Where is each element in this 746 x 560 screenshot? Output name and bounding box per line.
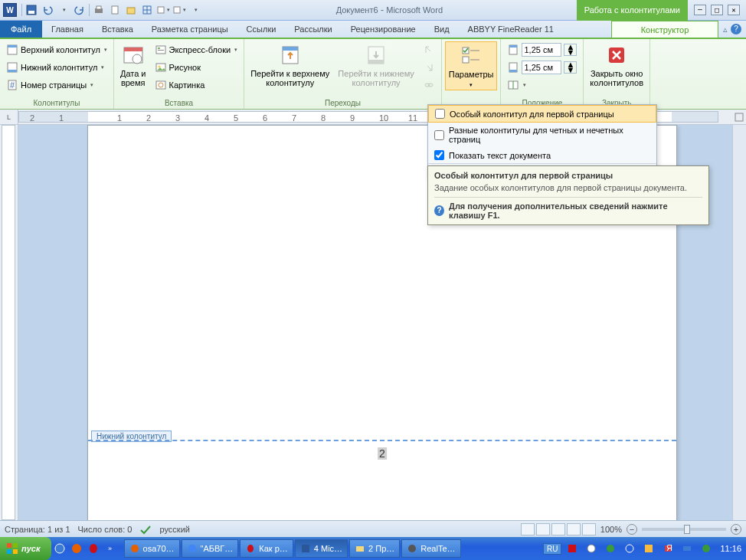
tab-page-layout[interactable]: Разметка страницы <box>142 21 237 38</box>
tab-insert[interactable]: Вставка <box>93 21 142 38</box>
table-icon[interactable] <box>140 3 154 17</box>
insert-align-tab-button[interactable] <box>504 77 580 93</box>
view-web-layout[interactable] <box>551 523 565 535</box>
option-first-page-different[interactable]: Особый колонтитул для первой страницы <box>428 105 656 123</box>
goto-header-button[interactable]: Перейти к верхнемуколонтитулу <box>247 41 332 89</box>
page-number-field[interactable]: 2 <box>378 447 387 460</box>
taskbar-item-active[interactable]: 4 Mic… <box>295 539 348 558</box>
view-print-layout[interactable] <box>521 523 535 535</box>
status-word-count[interactable]: Число слов: 0 <box>78 525 133 534</box>
start-button[interactable]: пуск <box>0 537 51 560</box>
vertical-ruler[interactable] <box>0 125 18 520</box>
svg-rect-46 <box>13 543 18 548</box>
close-header-footer-button[interactable]: Закрыть окноколонтитулов <box>587 41 646 89</box>
tab-review[interactable]: Рецензирование <box>342 21 425 38</box>
tab-abbyy[interactable]: ABBYY FineReader 11 <box>459 21 563 38</box>
quicklaunch-more[interactable]: » <box>103 541 118 556</box>
status-page[interactable]: Страница: 1 из 1 <box>5 525 70 534</box>
new-doc-icon[interactable] <box>108 3 122 17</box>
tray-icon[interactable] <box>679 541 695 556</box>
tab-references[interactable]: Ссылки <box>237 21 286 38</box>
status-bar: Страница: 1 из 1 Число слов: 0 русский 1… <box>0 520 746 537</box>
undo-dropdown[interactable] <box>57 3 70 17</box>
option-show-document-text[interactable]: Показать текст документа <box>428 147 656 163</box>
taskbar-item[interactable]: RealTe… <box>401 539 460 558</box>
taskbar-item[interactable]: 2 Пр… <box>349 539 400 558</box>
tab-mailings[interactable]: Рассылки <box>285 21 341 38</box>
ribbon-group-label: Вставка <box>117 97 240 109</box>
tray-icon[interactable] <box>584 541 599 556</box>
taskbar-item[interactable]: osa70… <box>124 539 180 558</box>
spin-down[interactable]: ▼ <box>564 67 576 73</box>
picture-button[interactable]: Рисунок <box>152 59 241 76</box>
tab-design[interactable]: Конструктор <box>611 21 718 38</box>
zoom-slider[interactable] <box>642 528 726 531</box>
datetime-button[interactable]: Дата ивремя <box>117 41 149 89</box>
ruler-corner[interactable]: L <box>0 110 18 124</box>
header-from-top[interactable]: ▲▼ <box>504 41 580 58</box>
close-button[interactable]: ✕ <box>728 5 740 15</box>
margin-top-icon <box>507 44 519 56</box>
zoom-in-button[interactable]: + <box>731 524 741 535</box>
taskbar-item[interactable]: "АБВГ… <box>182 539 239 558</box>
quicklaunch-ie[interactable] <box>52 541 67 556</box>
express-blocks-button[interactable]: Экспресс-блоки <box>152 41 241 58</box>
tray-icon[interactable]: Я <box>660 541 676 556</box>
footer-from-bottom[interactable]: ▲▼ <box>504 59 580 76</box>
quicklaunch-opera[interactable] <box>86 541 101 556</box>
option-odd-even-different[interactable]: Разные колонтитулы для четных и нечетных… <box>428 123 656 147</box>
qat-btn-dropdown[interactable] <box>156 3 170 17</box>
collapse-ribbon-icon[interactable]: ▵ <box>723 25 728 34</box>
clipart-button[interactable]: Картинка <box>152 77 241 93</box>
restore-button[interactable]: □ <box>711 5 723 15</box>
footer-bottom-input[interactable] <box>522 61 561 74</box>
checkbox[interactable] <box>434 130 444 140</box>
help-icon[interactable]: ? <box>731 24 741 34</box>
top-header-button[interactable]: Верхний колонтитул <box>3 41 110 58</box>
language-indicator[interactable]: RU <box>543 543 561 555</box>
ruler-toggle-icon[interactable] <box>732 110 746 124</box>
zoom-thumb[interactable] <box>684 525 690 534</box>
qat-customize[interactable] <box>188 3 202 17</box>
footer-boundary <box>88 440 676 441</box>
svg-rect-14 <box>8 70 17 72</box>
print-icon[interactable] <box>92 3 106 17</box>
zoom-out-button[interactable]: − <box>627 524 637 535</box>
undo-icon[interactable] <box>41 3 54 17</box>
status-spellcheck[interactable] <box>139 524 152 535</box>
open-icon[interactable] <box>124 3 138 17</box>
view-full-screen[interactable] <box>536 523 550 535</box>
zoom-percent[interactable]: 100% <box>600 525 622 534</box>
vertical-scrollbar[interactable] <box>732 125 746 520</box>
bottom-header-button[interactable]: Нижний колонтитул <box>3 59 110 76</box>
view-outline[interactable] <box>567 523 581 535</box>
tray-icon[interactable] <box>622 541 637 556</box>
tray-icon[interactable] <box>699 541 714 556</box>
parameters-button[interactable]: Параметры▾ <box>445 41 498 90</box>
svg-point-52 <box>131 545 139 552</box>
tab-file[interactable]: Файл <box>0 21 42 38</box>
ruler-mark: 6 <box>263 113 267 123</box>
tab-home[interactable]: Главная <box>42 21 93 38</box>
page-number-button[interactable]: #Номер страницы <box>3 77 110 93</box>
status-language[interactable]: русский <box>159 525 189 534</box>
save-icon[interactable] <box>25 3 38 17</box>
checkbox[interactable] <box>434 150 444 160</box>
taskbar-item[interactable]: Как р… <box>240 539 293 558</box>
tray-icon[interactable] <box>603 541 618 556</box>
tray-icon[interactable] <box>641 541 656 556</box>
qat-btn-dropdown2[interactable] <box>172 3 186 17</box>
svg-rect-62 <box>645 545 653 552</box>
minimize-button[interactable]: ─ <box>694 5 706 15</box>
checkbox[interactable] <box>435 109 445 119</box>
tab-view[interactable]: Вид <box>425 21 459 38</box>
view-draft[interactable] <box>582 523 596 535</box>
taskbar-clock[interactable]: 11:16 <box>720 544 741 553</box>
window-title: Документ6 - Microsoft Word <box>202 5 577 15</box>
tray-icon[interactable] <box>564 541 580 556</box>
qat-separator <box>21 4 22 16</box>
header-top-input[interactable] <box>522 43 561 57</box>
spin-down[interactable]: ▼ <box>564 50 576 55</box>
quicklaunch-firefox[interactable] <box>69 541 84 556</box>
redo-icon[interactable] <box>73 3 87 17</box>
